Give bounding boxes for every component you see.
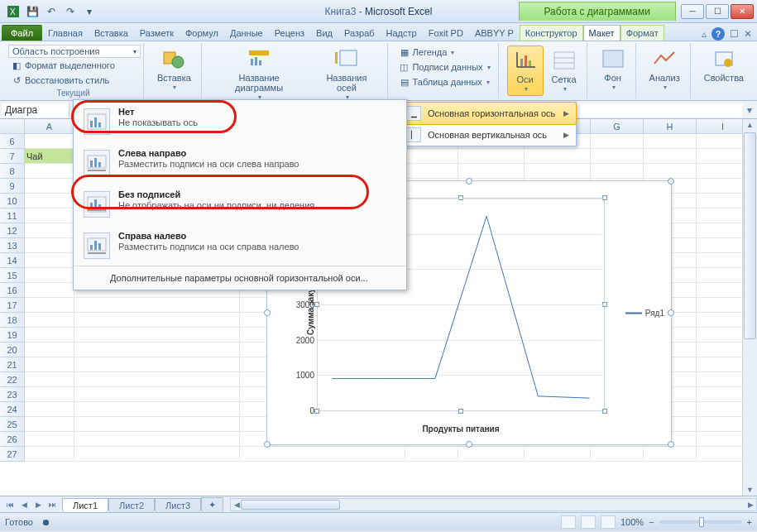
tab-formulas[interactable]: Формул (180, 25, 224, 41)
tab-review[interactable]: Реценз (269, 25, 310, 41)
cell[interactable] (25, 357, 74, 372)
cell[interactable] (25, 134, 74, 149)
cell[interactable] (74, 387, 240, 402)
cell[interactable] (74, 313, 240, 328)
excel-icon[interactable]: X (5, 3, 22, 20)
hscroll-thumb[interactable] (241, 500, 340, 510)
cell[interactable] (25, 402, 74, 417)
cell[interactable] (25, 253, 74, 268)
data-table-button[interactable]: ▤ Таблица данных (396, 74, 493, 89)
name-box[interactable]: Диагра (2, 103, 69, 117)
cell[interactable] (25, 372, 74, 387)
col-header[interactable]: G (591, 119, 644, 133)
row-header[interactable]: 18 (0, 313, 25, 328)
cell[interactable] (25, 432, 74, 447)
cell[interactable] (458, 447, 525, 462)
minimize-ribbon-icon[interactable]: ▵ (702, 28, 707, 40)
format-selection-button[interactable]: ◧ Формат выделенного (8, 58, 138, 73)
cell[interactable] (644, 447, 697, 462)
zoom-in-icon[interactable]: + (747, 517, 752, 527)
view-normal-icon[interactable] (561, 515, 576, 529)
cell[interactable] (25, 328, 74, 343)
cell[interactable] (74, 417, 240, 432)
axes-primary-horizontal[interactable]: ▁ Основная горизонтальная ось ▶ (399, 102, 577, 125)
cell[interactable] (74, 298, 240, 313)
axes-primary-vertical[interactable]: ▏ Основная вертикальная ось ▶ (400, 124, 576, 146)
cell[interactable] (525, 149, 591, 164)
minimize-button[interactable]: ─ (681, 4, 704, 19)
formula-expand-icon[interactable]: ▾ (742, 104, 757, 116)
cell[interactable] (25, 164, 74, 179)
row-header[interactable]: 23 (0, 387, 25, 402)
tab-file[interactable]: Файл (2, 25, 42, 41)
help-icon[interactable]: ? (711, 27, 725, 41)
redo-icon[interactable]: ↷ (62, 3, 79, 20)
mdi-close-icon[interactable]: ✕ (744, 28, 752, 40)
cell[interactable] (25, 179, 74, 194)
cell[interactable] (591, 134, 644, 149)
sheet-tab-3[interactable]: Лист3 (155, 498, 201, 512)
cell[interactable] (25, 298, 74, 313)
data-labels-button[interactable]: ◫ Подписи данных (396, 60, 493, 74)
cell[interactable] (74, 372, 240, 387)
row-header[interactable]: 17 (0, 298, 25, 313)
row-header[interactable]: 22 (0, 372, 25, 387)
tab-format[interactable]: Формат (620, 25, 664, 41)
sheet-nav-prev-icon[interactable]: ◀ (17, 498, 31, 511)
cell[interactable] (25, 208, 74, 223)
tab-chart-layout[interactable]: Макет (583, 25, 620, 41)
close-button[interactable]: ✕ (731, 4, 754, 19)
col-header[interactable]: A (25, 119, 74, 133)
cell[interactable] (525, 164, 591, 179)
insert-button[interactable]: Вставка (152, 45, 196, 93)
reset-style-button[interactable]: ↺ Восстановить стиль (8, 73, 138, 88)
row-header[interactable]: 15 (0, 268, 25, 283)
chart-legend[interactable]: Ряд1 (625, 309, 664, 318)
row-header[interactable]: 26 (0, 432, 25, 447)
cell[interactable] (25, 343, 74, 357)
chart-title-button[interactable]: Название диаграммы (210, 45, 308, 103)
macro-record-icon[interactable]: ⏺ (41, 517, 50, 527)
row-header[interactable]: 24 (0, 402, 25, 417)
cell[interactable] (25, 238, 74, 253)
cell[interactable] (591, 164, 644, 179)
cell[interactable] (74, 357, 240, 372)
cell[interactable] (74, 432, 240, 447)
cell[interactable] (74, 328, 240, 343)
maximize-button[interactable]: ☐ (706, 4, 729, 19)
gallery-more-options[interactable]: Дополнительные параметры основной горизо… (74, 266, 406, 290)
zoom-slider[interactable] (659, 520, 742, 524)
sheet-nav-last-icon[interactable]: ⏭ (46, 498, 59, 511)
scroll-down-icon[interactable]: ▼ (743, 484, 757, 496)
sheet-nav-next-icon[interactable]: ▶ (31, 498, 45, 511)
tab-home[interactable]: Главная (42, 25, 89, 41)
cell[interactable] (458, 164, 525, 179)
chart-area-selector[interactable]: Область построения▾ (8, 45, 141, 58)
cell[interactable] (405, 149, 458, 164)
new-sheet-button[interactable]: ✦ (201, 497, 223, 512)
row-header[interactable]: 10 (0, 194, 25, 208)
background-button[interactable]: Фон (596, 45, 630, 93)
row-header[interactable]: 14 (0, 253, 25, 268)
row-header[interactable]: 19 (0, 328, 25, 343)
row-header[interactable]: 9 (0, 179, 25, 194)
qat-more-icon[interactable]: ▾ (81, 3, 98, 20)
cell[interactable] (25, 268, 74, 283)
cell[interactable] (74, 343, 240, 357)
cell[interactable] (25, 283, 74, 298)
tab-foxit[interactable]: Foxit PD (423, 25, 469, 41)
analysis-button[interactable]: Анализ (644, 45, 685, 93)
row-header[interactable]: 20 (0, 343, 25, 357)
row-header[interactable]: 13 (0, 238, 25, 253)
cell[interactable] (644, 149, 697, 164)
cell[interactable] (591, 149, 644, 164)
cell[interactable] (25, 223, 74, 238)
cell[interactable] (25, 194, 74, 208)
cell[interactable] (74, 402, 240, 417)
cell[interactable] (25, 417, 74, 432)
properties-button[interactable]: Свойства (699, 45, 749, 84)
cell[interactable] (458, 149, 525, 164)
cell[interactable] (405, 164, 458, 179)
gallery-option-ltr[interactable]: Слева направоРазместить подписи на оси с… (74, 141, 406, 183)
tab-data[interactable]: Данные (224, 25, 269, 41)
